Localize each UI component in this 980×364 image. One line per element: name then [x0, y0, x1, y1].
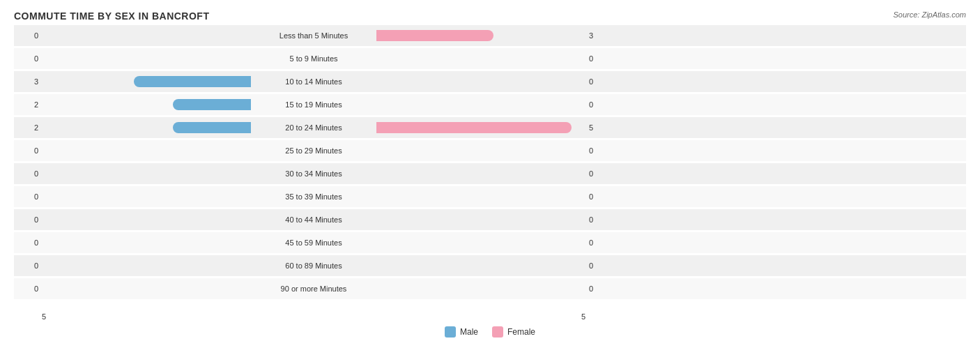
- female-value: 0: [585, 77, 613, 86]
- male-swatch: [445, 326, 456, 338]
- female-bar-section: [376, 99, 585, 110]
- table-row: 2 20 to 24 Minutes 5: [14, 117, 966, 138]
- female-bar-section: [376, 53, 585, 64]
- female-bar-section: [376, 145, 585, 156]
- table-row: 0 Less than 5 Minutes 3: [14, 25, 966, 46]
- chart-title: COMMUTE TIME BY SEX IN BANCROFT: [14, 10, 966, 22]
- axis-left-label: 5: [14, 312, 251, 321]
- chart-container: COMMUTE TIME BY SEX IN BANCROFT Source: …: [0, 0, 980, 364]
- female-swatch: [492, 326, 503, 338]
- table-row: 3 10 to 14 Minutes 0: [14, 71, 966, 92]
- row-label: 25 to 29 Minutes: [251, 146, 376, 155]
- row-label: 35 to 39 Minutes: [251, 192, 376, 201]
- male-value: 0: [14, 192, 42, 201]
- male-bar-section: [42, 53, 251, 64]
- female-bar-section: [376, 76, 585, 87]
- row-label: 90 or more Minutes: [251, 285, 376, 293]
- table-row: 0 35 to 39 Minutes 0: [14, 186, 966, 207]
- male-bar: [173, 122, 251, 133]
- female-bar-section: [376, 283, 585, 294]
- male-value: 0: [14, 261, 42, 270]
- female-value: 5: [585, 123, 613, 132]
- row-label: 20 to 24 Minutes: [251, 123, 376, 132]
- male-bar: [134, 76, 251, 87]
- female-bar: [376, 122, 572, 133]
- legend-female: Female: [492, 326, 535, 338]
- female-value: 0: [585, 261, 613, 270]
- female-value: 0: [585, 100, 613, 109]
- male-value: 0: [14, 31, 42, 40]
- male-value: 2: [14, 123, 42, 132]
- female-value: 0: [585, 169, 613, 178]
- row-label: 5 to 9 Minutes: [251, 54, 376, 63]
- row-label: 40 to 44 Minutes: [251, 215, 376, 224]
- male-value: 0: [14, 285, 42, 293]
- row-label: 45 to 59 Minutes: [251, 238, 376, 247]
- table-row: 2 15 to 19 Minutes 0: [14, 94, 966, 115]
- female-bar-section: [376, 214, 585, 225]
- row-label: Less than 5 Minutes: [251, 31, 376, 40]
- table-row: 0 90 or more Minutes 0: [14, 278, 966, 299]
- row-label: 10 to 14 Minutes: [251, 77, 376, 86]
- source-text: Source: ZipAtlas.com: [893, 10, 966, 19]
- female-bar-section: [376, 237, 585, 248]
- row-label: 30 to 34 Minutes: [251, 169, 376, 178]
- male-value: 0: [14, 215, 42, 224]
- female-value: 0: [585, 54, 613, 63]
- row-label: 60 to 89 Minutes: [251, 261, 376, 270]
- legend-male: Male: [445, 326, 478, 338]
- axis-right-label: 5: [376, 312, 613, 321]
- table-row: 0 45 to 59 Minutes 0: [14, 232, 966, 253]
- female-bar-section: [376, 168, 585, 179]
- male-bar-section: [42, 283, 251, 294]
- table-row: 0 60 to 89 Minutes 0: [14, 255, 966, 276]
- legend: Male Female: [14, 326, 966, 338]
- female-bar: [376, 30, 493, 41]
- table-row: 0 5 to 9 Minutes 0: [14, 48, 966, 69]
- male-bar-section: [42, 99, 251, 110]
- axis-labels: 5 5: [14, 312, 966, 321]
- male-bar-section: [42, 237, 251, 248]
- male-bar-section: [42, 191, 251, 202]
- male-value: 3: [14, 77, 42, 86]
- table-row: 0 25 to 29 Minutes 0: [14, 140, 966, 161]
- male-bar: [173, 99, 251, 110]
- male-value: 2: [14, 100, 42, 109]
- chart-area: 0 Less than 5 Minutes 3 0 5 to 9 Minutes…: [14, 25, 966, 311]
- female-value: 0: [585, 215, 613, 224]
- male-value: 0: [14, 54, 42, 63]
- table-row: 0 30 to 34 Minutes 0: [14, 163, 966, 184]
- female-value: 0: [585, 238, 613, 247]
- female-bar-section: [376, 122, 585, 133]
- female-value: 0: [585, 192, 613, 201]
- female-value: 0: [585, 285, 613, 293]
- female-value: 3: [585, 31, 613, 40]
- male-bar-section: [42, 214, 251, 225]
- male-bar-section: [42, 145, 251, 156]
- male-value: 0: [14, 238, 42, 247]
- table-row: 0 40 to 44 Minutes 0: [14, 209, 966, 230]
- male-bar-section: [42, 76, 251, 87]
- row-label: 15 to 19 Minutes: [251, 100, 376, 109]
- male-bar-section: [42, 122, 251, 133]
- female-bar-section: [376, 30, 585, 41]
- female-bar-section: [376, 260, 585, 271]
- male-value: 0: [14, 169, 42, 178]
- female-label: Female: [507, 327, 535, 337]
- male-bar-section: [42, 168, 251, 179]
- male-bar-section: [42, 30, 251, 41]
- female-bar-section: [376, 191, 585, 202]
- male-bar-section: [42, 260, 251, 271]
- male-label: Male: [460, 327, 478, 337]
- male-value: 0: [14, 146, 42, 155]
- female-value: 0: [585, 146, 613, 155]
